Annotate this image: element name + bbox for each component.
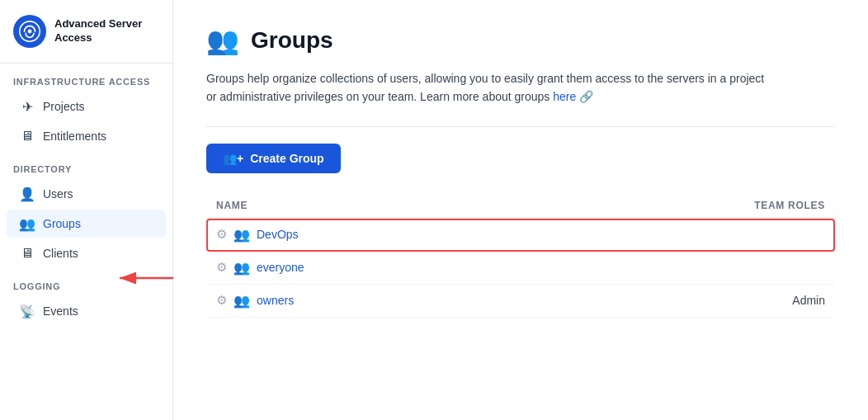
sidebar-item-users[interactable]: 👤 Users <box>7 180 166 208</box>
page-description: Groups help organize collections of user… <box>206 69 767 106</box>
groups-header-icon: 👥 <box>206 25 239 56</box>
col-name-header: NAME <box>216 200 710 211</box>
create-group-icon: 👥+ <box>223 152 243 165</box>
app-logo: Advanced Server Access <box>0 0 172 64</box>
table-header: NAME TEAM ROLES <box>206 193 835 219</box>
sidebar-item-events[interactable]: 📡 Events <box>7 297 166 325</box>
col-roles-header: TEAM ROLES <box>710 200 825 211</box>
learn-more-link[interactable]: here 🔗 <box>553 90 593 103</box>
group-icon-everyone: 👥 <box>234 260 250 276</box>
gear-icon-everyone[interactable]: ⚙ <box>216 260 227 275</box>
row-roles-owners: Admin <box>710 294 825 307</box>
logging-section-label: LOGGING <box>0 268 172 296</box>
svg-point-1 <box>28 30 32 34</box>
users-icon: 👤 <box>20 186 35 201</box>
logo-icon <box>13 15 46 48</box>
sidebar-item-entitlements[interactable]: 🖥 Entitlements <box>7 122 166 150</box>
groups-table: NAME TEAM ROLES ⚙ 👥 DevOps ⚙ 👥 everyone … <box>206 193 835 318</box>
directory-section-label: DIRECTORY <box>0 151 172 179</box>
divider <box>206 126 835 127</box>
page-header: 👥 Groups <box>206 25 835 56</box>
clients-icon: 🖥 <box>20 246 35 261</box>
row-name-owners: ⚙ 👥 owners <box>216 293 710 309</box>
groups-icon: 👥 <box>20 216 35 231</box>
table-row[interactable]: ⚙ 👥 DevOps <box>206 219 835 252</box>
app-name: Advanced Server Access <box>54 17 142 45</box>
gear-icon-owners[interactable]: ⚙ <box>216 293 227 308</box>
sidebar-item-groups[interactable]: 👥 Groups <box>7 210 166 238</box>
group-name-owners[interactable]: owners <box>257 294 294 307</box>
gear-icon-devops[interactable]: ⚙ <box>216 227 227 242</box>
page-title: Groups <box>251 27 333 54</box>
events-icon: 📡 <box>20 304 35 319</box>
table-row[interactable]: ⚙ 👥 everyone <box>206 252 835 285</box>
infrastructure-section-label: INFRASTRUCTURE ACCESS <box>0 64 172 92</box>
sidebar-item-clients[interactable]: 🖥 Clients <box>7 239 166 267</box>
main-content: 👥 Groups Groups help organize collection… <box>173 0 868 420</box>
group-name-devops[interactable]: DevOps <box>257 228 299 241</box>
create-group-button[interactable]: 👥+ Create Group <box>206 144 341 173</box>
group-name-everyone[interactable]: everyone <box>257 261 304 274</box>
projects-icon: ✈ <box>20 99 35 114</box>
entitlements-icon: 🖥 <box>20 129 35 144</box>
table-row[interactable]: ⚙ 👥 owners Admin <box>206 285 835 318</box>
group-icon-devops: 👥 <box>234 227 250 243</box>
row-name-everyone: ⚙ 👥 everyone <box>216 260 710 276</box>
sidebar-item-projects[interactable]: ✈ Projects <box>7 92 166 120</box>
row-name-devops: ⚙ 👥 DevOps <box>216 227 710 243</box>
group-icon-owners: 👥 <box>234 293 250 309</box>
sidebar: Advanced Server Access INFRASTRUCTURE AC… <box>0 0 173 420</box>
